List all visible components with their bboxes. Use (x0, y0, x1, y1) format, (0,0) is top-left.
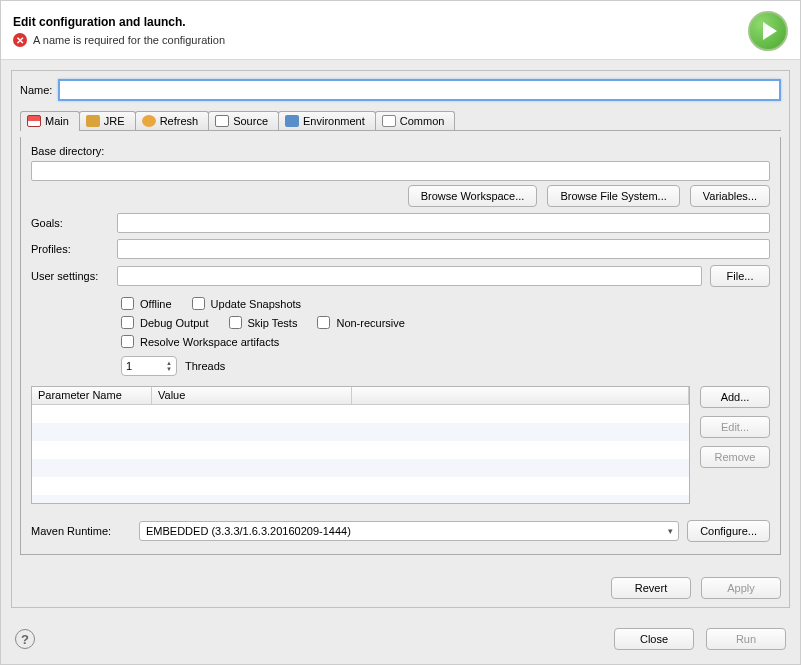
jre-tab-icon (86, 115, 100, 127)
col-value[interactable]: Value (152, 387, 352, 404)
apply-button[interactable]: Apply (701, 577, 781, 599)
refresh-tab-icon (142, 115, 156, 127)
user-settings-input[interactable] (117, 266, 702, 286)
update-snapshots-checkbox[interactable]: Update Snapshots (192, 297, 302, 310)
run-button[interactable]: Run (706, 628, 786, 650)
main-panel: Name: Main JRE Refresh Source Environmen… (11, 70, 790, 608)
edit-button[interactable]: Edit... (700, 416, 770, 438)
main-tab-icon (27, 115, 41, 127)
profiles-label: Profiles: (31, 243, 109, 255)
tab-environment[interactable]: Environment (278, 111, 376, 130)
tab-bar: Main JRE Refresh Source Environment Comm… (20, 111, 781, 131)
error-icon: ✕ (13, 33, 27, 47)
browse-workspace-button[interactable]: Browse Workspace... (408, 185, 538, 207)
threads-label: Threads (185, 360, 225, 372)
dialog-header: Edit configuration and launch. ✕ A name … (1, 1, 800, 60)
browse-filesystem-button[interactable]: Browse File System... (547, 185, 679, 207)
col-parameter-name[interactable]: Parameter Name (32, 387, 152, 404)
debug-output-checkbox[interactable]: Debug Output (121, 316, 209, 329)
error-message: A name is required for the configuration (33, 34, 225, 46)
tab-content-main: Base directory: Browse Workspace... Brow… (20, 137, 781, 555)
tab-source[interactable]: Source (208, 111, 279, 130)
environment-tab-icon (285, 115, 299, 127)
name-input[interactable] (58, 79, 781, 101)
source-tab-icon (215, 115, 229, 127)
common-tab-icon (382, 115, 396, 127)
configure-button[interactable]: Configure... (687, 520, 770, 542)
threads-spinner[interactable]: 1 ▲▼ (121, 356, 177, 376)
tab-refresh[interactable]: Refresh (135, 111, 210, 130)
tab-main[interactable]: Main (20, 111, 80, 130)
tab-common[interactable]: Common (375, 111, 456, 130)
base-directory-input[interactable] (31, 161, 770, 181)
skip-tests-checkbox[interactable]: Skip Tests (229, 316, 298, 329)
revert-button[interactable]: Revert (611, 577, 691, 599)
name-label: Name: (20, 84, 52, 96)
close-button[interactable]: Close (614, 628, 694, 650)
base-directory-label: Base directory: (31, 145, 770, 157)
threads-value: 1 (126, 360, 132, 372)
col-rest (352, 387, 689, 404)
table-body[interactable] (32, 405, 689, 503)
file-button[interactable]: File... (710, 265, 770, 287)
tab-jre[interactable]: JRE (79, 111, 136, 130)
maven-runtime-select[interactable]: EMBEDDED (3.3.3/1.6.3.20160209-1444) (139, 521, 679, 541)
offline-checkbox[interactable]: Offline (121, 297, 172, 310)
resolve-workspace-checkbox[interactable]: Resolve Workspace artifacts (121, 335, 279, 348)
goals-input[interactable] (117, 213, 770, 233)
spinner-arrows-icon: ▲▼ (166, 360, 172, 372)
variables-button[interactable]: Variables... (690, 185, 770, 207)
profiles-input[interactable] (117, 239, 770, 259)
parameters-table[interactable]: Parameter Name Value (31, 386, 690, 504)
user-settings-label: User settings: (31, 270, 109, 282)
dialog-title: Edit configuration and launch. (13, 15, 225, 29)
non-recursive-checkbox[interactable]: Non-recursive (317, 316, 404, 329)
error-message-row: ✕ A name is required for the configurati… (13, 33, 225, 47)
remove-button[interactable]: Remove (700, 446, 770, 468)
table-header: Parameter Name Value (32, 387, 689, 405)
maven-runtime-label: Maven Runtime: (31, 525, 131, 537)
add-button[interactable]: Add... (700, 386, 770, 408)
goals-label: Goals: (31, 217, 109, 229)
help-icon[interactable]: ? (15, 629, 35, 649)
run-artwork-icon (748, 11, 788, 51)
